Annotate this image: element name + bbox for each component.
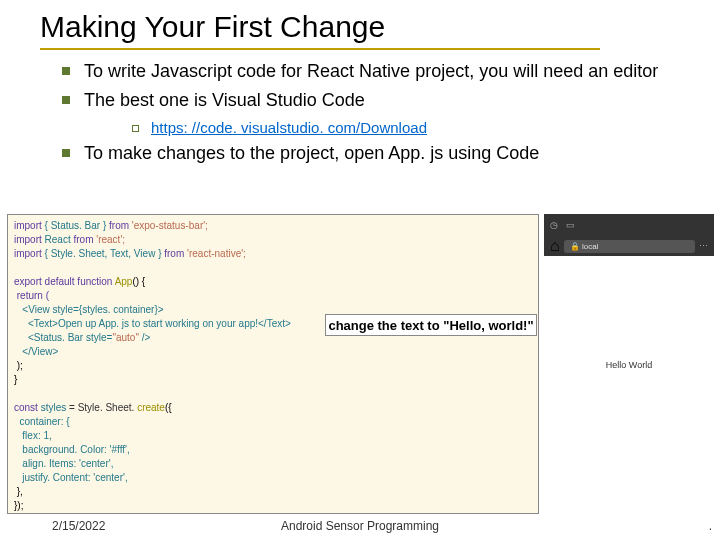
bullet-text: The best one is Visual Studio Code [84, 89, 365, 112]
app-switch-icon: ▭ [566, 219, 578, 231]
clock-icon: ◷ [550, 219, 562, 231]
footer-page: . [709, 519, 712, 533]
phone-mockup: ◷ ▭ ⌂ 🔒 local ⋯ Hello World [544, 214, 714, 474]
download-link[interactable]: https: //code. visualstudio. com/Downloa… [151, 119, 427, 136]
home-icon: ⌂ [550, 237, 560, 255]
hollow-square-bullet-icon [132, 125, 139, 132]
square-bullet-icon [62, 96, 70, 104]
square-bullet-icon [62, 149, 70, 157]
more-icon: ⋯ [699, 241, 708, 251]
square-bullet-icon [62, 67, 70, 75]
page-title: Making Your First Change [40, 10, 680, 44]
footer-title: Android Sensor Programming [0, 519, 720, 533]
slide: Making Your First Change To write Javasc… [0, 0, 720, 540]
bullet-text: To make changes to the project, open App… [84, 142, 539, 165]
code-snippet: import { Status. Bar } from 'expo-status… [7, 214, 539, 514]
bullet-text: To write Javascript code for React Nativ… [84, 60, 658, 83]
bullet-item: The best one is Visual Studio Code [62, 89, 680, 112]
phone-body: Hello World [544, 256, 714, 474]
bullet-list: To write Javascript code for React Nativ… [40, 60, 680, 165]
sub-bullet-item: https: //code. visualstudio. com/Downloa… [132, 119, 680, 136]
phone-url: 🔒 local [564, 240, 695, 253]
title-underline [40, 48, 600, 50]
instruction-callout: change the text to "Hello, world!" [325, 314, 537, 336]
sub-bullet-list: https: //code. visualstudio. com/Downloa… [62, 119, 680, 136]
phone-url-row: ⌂ 🔒 local ⋯ [544, 236, 714, 256]
phone-topbar: ◷ ▭ [544, 214, 714, 236]
bullet-item: To write Javascript code for React Nativ… [62, 60, 680, 83]
bullet-item: To make changes to the project, open App… [62, 142, 680, 165]
